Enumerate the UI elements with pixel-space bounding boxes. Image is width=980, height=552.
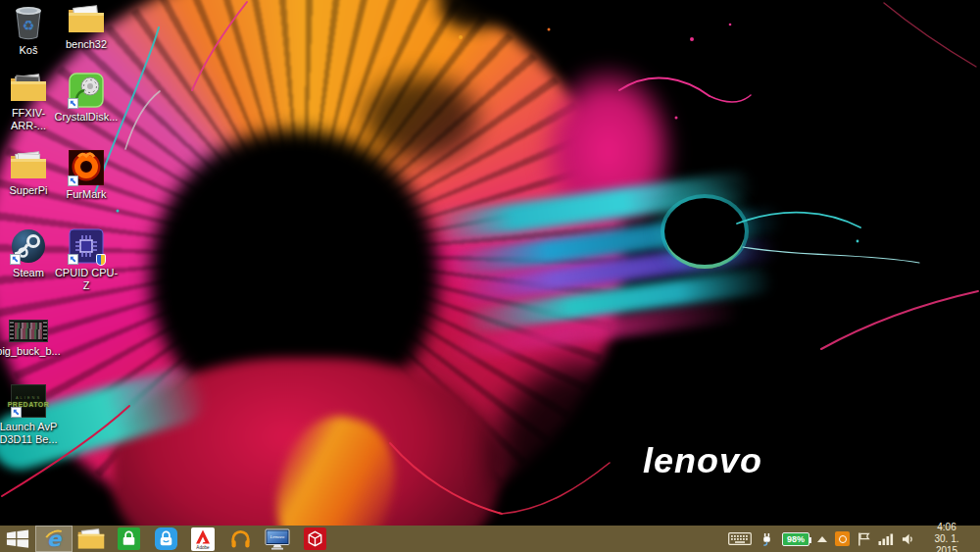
monitor-icon: Lenovo bbox=[265, 528, 290, 550]
uac-shield-icon bbox=[96, 254, 106, 266]
file-explorer-icon bbox=[77, 527, 105, 551]
desktop-icon-label: Launch AvP D3D11 Be... bbox=[0, 421, 63, 446]
recycle-bin-icon: ♻ bbox=[12, 4, 45, 41]
lenovo-logo: lenovo bbox=[643, 442, 762, 481]
svg-text:♻: ♻ bbox=[23, 18, 35, 33]
volume-speaker-icon[interactable] bbox=[902, 532, 914, 546]
blue-bag-app-icon bbox=[155, 527, 177, 550]
avp-benchmark-icon: ALIENS PREDATOR bbox=[11, 384, 46, 418]
windows-logo-icon bbox=[6, 529, 29, 548]
taskbar-adobe-reader[interactable]: Adobe bbox=[184, 526, 221, 552]
start-button[interactable] bbox=[0, 526, 35, 552]
taskbar-lenovo-utility[interactable]: Lenovo bbox=[259, 526, 296, 552]
store-icon bbox=[118, 527, 140, 550]
internet-explorer-icon: e bbox=[47, 527, 61, 551]
crystaldiskmark-icon bbox=[69, 73, 104, 108]
action-center-flag-icon[interactable] bbox=[858, 531, 870, 547]
desktop-icon-label: big_buck_b... bbox=[0, 345, 61, 358]
battery-percentage-indicator[interactable]: 98% bbox=[782, 532, 809, 546]
desktop-icon-label: Koš bbox=[20, 44, 38, 57]
desktop-icon-crystaldiskmark[interactable]: CrystalDisk... bbox=[52, 73, 121, 124]
shortcut-arrow-icon bbox=[11, 407, 22, 418]
desktop-screen: lenovo ♻ Koš bench32 bbox=[0, 0, 980, 552]
folder-icon bbox=[10, 150, 47, 181]
show-hidden-icons-button[interactable] bbox=[817, 536, 827, 542]
desktop-icon-label: CrystalDisk... bbox=[55, 111, 119, 124]
svg-text:Adobe: Adobe bbox=[196, 545, 210, 550]
taskbar: e bbox=[0, 526, 980, 552]
taskbar-music-app[interactable] bbox=[221, 526, 259, 552]
taskbar-windows-store[interactable] bbox=[110, 526, 147, 552]
desktop-icon-cpuz[interactable]: CPUID CPU-Z bbox=[52, 228, 121, 292]
headphones-icon bbox=[229, 527, 252, 550]
taskbar-benchmark-cube-app[interactable] bbox=[296, 526, 333, 552]
splash-dark-patch bbox=[365, 76, 477, 160]
steam-icon bbox=[11, 228, 46, 264]
wallpaper: lenovo bbox=[0, 0, 980, 526]
desktop-icon-label: bench32 bbox=[66, 38, 107, 51]
taskbar-file-explorer[interactable] bbox=[73, 526, 110, 552]
folder-icon bbox=[68, 4, 105, 35]
clock-date: 30. 1. 2015 bbox=[922, 533, 971, 552]
adobe-icon: Adobe bbox=[191, 527, 215, 551]
tray-orange-app-icon[interactable] bbox=[835, 531, 850, 546]
system-tray: 98% 4:06 30. 1. bbox=[728, 526, 980, 552]
clock-time: 4:06 bbox=[922, 522, 971, 533]
desktop-icon-label: SuperPi bbox=[9, 184, 47, 197]
video-thumbnail-icon bbox=[9, 320, 48, 342]
svg-text:Lenovo: Lenovo bbox=[270, 534, 285, 539]
shortcut-arrow-icon bbox=[68, 98, 78, 109]
cpuz-icon bbox=[69, 228, 104, 264]
furmark-icon bbox=[69, 150, 104, 185]
avp-icon-text: ALIENS bbox=[16, 395, 41, 400]
desktop-icon-label: CPUID CPU-Z bbox=[52, 267, 121, 292]
folder-icon bbox=[10, 73, 47, 104]
desktop-icon-bench32[interactable]: bench32 bbox=[52, 4, 121, 51]
desktop-icon-big-buck-video[interactable]: big_buck_b... bbox=[0, 320, 63, 358]
desktop-icon-label: FurMark bbox=[67, 188, 107, 201]
splash-small-hole bbox=[664, 198, 745, 265]
power-plug-icon[interactable] bbox=[760, 531, 774, 547]
battery-percent-text: 98% bbox=[787, 534, 805, 544]
taskbar-internet-explorer[interactable]: e bbox=[35, 526, 73, 552]
desktop-icon-furmark[interactable]: FurMark bbox=[52, 150, 121, 201]
taskbar-app-store-blue[interactable] bbox=[147, 526, 184, 552]
red-cube-icon bbox=[304, 527, 326, 550]
shortcut-arrow-icon bbox=[68, 176, 78, 186]
shortcut-arrow-icon bbox=[68, 254, 78, 265]
taskbar-clock[interactable]: 4:06 30. 1. 2015 bbox=[922, 522, 971, 552]
touch-keyboard-icon[interactable] bbox=[728, 532, 752, 545]
desktop-icon-avp-benchmark[interactable]: ALIENS PREDATOR Launch AvP D3D11 Be... bbox=[0, 384, 63, 446]
network-signal-icon[interactable] bbox=[878, 532, 894, 545]
shortcut-arrow-icon bbox=[10, 254, 21, 265]
desktop-icon-label: Steam bbox=[13, 267, 44, 279]
